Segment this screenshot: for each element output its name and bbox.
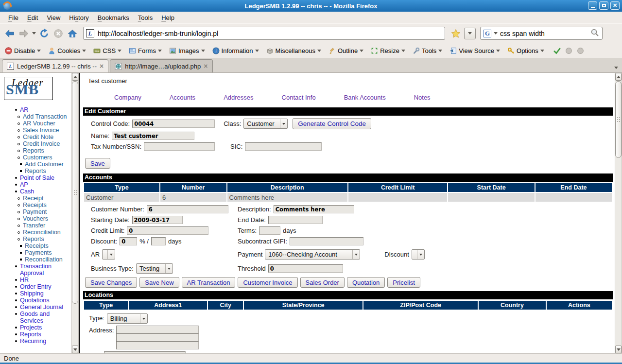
search-box[interactable]: G css span width [480,27,603,40]
menu-view[interactable]: View [42,13,65,22]
devbar-item-outline[interactable]: Outline [328,47,363,54]
bookmarks-chevron-icon[interactable] [464,28,476,39]
main-scrollbar[interactable] [615,73,622,353]
menu-edit[interactable]: Edit [23,13,42,22]
devbar-item-images[interactable]: Images [169,47,205,54]
generate-control-code-button[interactable]: Generate Control Code [293,118,371,129]
page-link-contact-info[interactable]: Contact Info [282,94,316,101]
control-code-input[interactable] [132,120,215,128]
sales-order-button[interactable]: Sales Order [300,277,345,288]
sidebar-link[interactable]: Customers [23,154,52,161]
save-new-button[interactable]: Save New [139,277,179,288]
devbar-item-information[interactable]: iInformation [212,47,259,54]
scroll-up-icon[interactable] [615,73,622,81]
sidebar-link[interactable]: Reports [23,147,44,154]
tax-number-input[interactable] [144,142,215,151]
sidebar-scrollbar-thumb[interactable] [72,81,78,304]
home-icon[interactable] [67,28,78,39]
sidebar-link[interactable]: Reconciliation [23,229,61,236]
sidebar-link[interactable]: Quotations [20,297,49,304]
page-link-addresses[interactable]: Addresses [224,94,253,101]
sidebar-link[interactable]: AR Voucher [23,120,55,127]
forward-icon[interactable] [18,28,30,39]
name-input[interactable] [112,132,194,140]
sidebar-link[interactable]: Transfer [23,222,45,229]
customer-number-input[interactable] [147,205,228,213]
sidebar-link[interactable]: Receipt [23,195,43,202]
sidebar-link[interactable]: Projects [20,324,42,331]
sidebar-link[interactable]: Point of Sale [20,174,54,181]
sidebar-link[interactable]: Cash [20,188,34,195]
search-engine-chevron-icon[interactable] [494,32,498,35]
back-icon[interactable] [4,28,16,39]
address-line3-input[interactable] [116,341,199,349]
search-input[interactable]: css span width [500,30,588,37]
terms-input[interactable] [259,226,280,235]
sidebar-link[interactable]: Reports [20,331,41,338]
sidebar-link[interactable]: AP [20,181,28,188]
close-button[interactable]: ✕ [610,1,620,10]
tab-ledgersmb-1-2-99-[interactable]: LLedgerSMB 1.2.99 -- chris --× [2,59,108,72]
devbar-item-resize[interactable]: Resize [371,47,405,54]
stop-icon[interactable] [52,28,64,39]
page-link-bank-accounts[interactable]: Bank Accounts [344,94,386,101]
save-button[interactable]: Save [85,158,110,169]
sidebar-link[interactable]: AR [20,106,28,113]
pricelist-button[interactable]: Pricelist [387,277,420,288]
menu-history[interactable]: History [65,13,93,22]
minimize-button[interactable] [588,1,597,10]
location-type-select[interactable]: Billing [107,313,148,324]
sidebar-link[interactable]: Goods and Services [20,311,71,324]
ar-select[interactable] [102,249,115,260]
address-line2-input[interactable] [116,333,199,342]
menu-help[interactable]: Help [157,13,179,22]
scroll-down-icon[interactable] [72,346,78,353]
sidebar-link[interactable]: Add Customer [25,161,64,168]
reload-icon[interactable] [38,28,50,39]
magnifier-icon[interactable] [590,28,599,39]
sidebar-link[interactable]: Recurring [20,338,46,345]
class-select[interactable]: Customer [243,119,288,129]
sidebar-scrollbar[interactable] [71,73,79,353]
devbar-item-tools[interactable]: Tools [413,47,442,54]
scroll-up-icon[interactable] [72,73,78,81]
maximize-button[interactable] [599,1,608,10]
business-type-select[interactable]: Testing [136,263,173,274]
threshold-input[interactable] [268,264,343,273]
scroll-down-icon[interactable] [615,346,622,353]
menu-bookmarks[interactable]: Bookmarks [93,13,134,22]
sidebar-link[interactable]: Sales Invoice [23,127,59,134]
sidebar-link[interactable]: Payment [23,208,47,215]
sidebar-link[interactable]: Receipts [25,243,49,249]
menu-file[interactable]: File [4,13,23,22]
page-link-accounts[interactable]: Accounts [170,94,195,101]
devbar-item-view-source[interactable]: View Source [449,47,500,54]
sidebar-link[interactable]: Reconciliation [25,256,63,263]
credit-limit-input[interactable] [127,226,208,235]
sidebar-link[interactable]: Vouchers [23,215,48,222]
save-changes-button[interactable]: Save Changes [85,277,137,288]
sidebar-link[interactable]: Shipping [20,290,44,297]
sidebar-link[interactable]: Receipts [23,202,47,208]
sidebar-link[interactable]: Transaction Approval [20,263,71,277]
starting-date-input[interactable] [132,216,183,224]
sidebar-link[interactable]: Credit Note [23,134,53,140]
sidebar-link[interactable]: Reports [23,236,44,243]
devbar-item-cookies[interactable]: Cookies [48,47,86,54]
sidebar-link[interactable]: Reports [25,168,46,174]
discount-days-input[interactable] [151,237,166,245]
sidebar-link[interactable]: Credit Invoice [23,140,60,147]
end-date-input[interactable] [268,216,323,224]
address-line1-input[interactable] [116,326,199,334]
tab-close-icon[interactable]: × [204,63,207,69]
sidebar-link[interactable]: Add Transaction [23,113,67,120]
devbar-item-css[interactable]: cssCSS [93,47,121,54]
devbar-item-disable[interactable]: Disable [5,47,41,54]
sidebar-link[interactable]: Order Entry [20,283,52,290]
google-icon[interactable]: G [484,30,491,37]
devbar-item-forms[interactable]: Forms [129,47,162,54]
payment-select[interactable]: 1060--Checking Account [265,249,360,260]
customer-invoice-button[interactable]: Customer Invoice [238,277,297,288]
tab-http-image-a-uploa[interactable]: http://image…a/upload.php× [110,59,212,72]
devbar-item-miscellaneous[interactable]: Miscellaneous [266,47,321,54]
